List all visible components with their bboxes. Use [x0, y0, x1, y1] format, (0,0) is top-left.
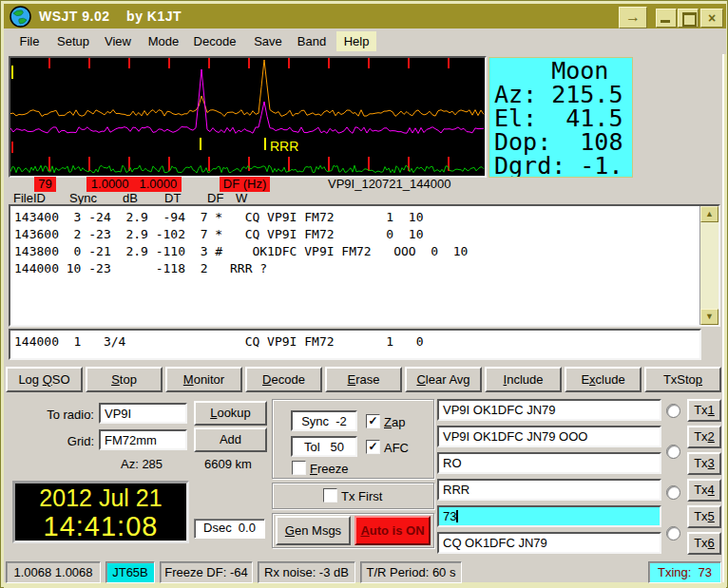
status-freqs: 1.0068 1.0068	[6, 561, 101, 583]
zap-label: Zap	[384, 415, 405, 429]
tx1-message-input[interactable]: VP9I OK1DFC JN79	[437, 399, 661, 421]
rollup-arrow-button[interactable]: →	[619, 7, 647, 28]
menu-setup[interactable]: Setup	[52, 31, 94, 51]
globe-icon	[10, 6, 31, 28]
col-dt: DT	[164, 191, 181, 205]
wsjt-window: WSJT 9.02 by K1JT → × File Setup View Mo…	[0, 0, 728, 588]
monitor-button[interactable]: Monitor	[165, 367, 242, 392]
afc-label: AFC	[384, 441, 409, 455]
menu-band[interactable]: Band	[293, 31, 331, 51]
close-button[interactable]: ×	[700, 9, 723, 28]
decode-button[interactable]: Decode	[245, 367, 322, 392]
menu-decode[interactable]: Decode	[190, 31, 239, 51]
sync-field[interactable]: Sync -2	[291, 410, 357, 431]
tx3-message-input[interactable]: RO	[437, 452, 661, 474]
stop-button[interactable]: Stop	[86, 367, 163, 392]
decode-text-area[interactable]: 143400 3 -24 2.9 -94 7 * CQ VP9I FM72 1 …	[9, 204, 720, 327]
freeze-checkbox[interactable]	[292, 461, 306, 475]
window-title: WSJT 9.02 by K1JT	[39, 9, 182, 24]
menu-help[interactable]: Help	[336, 31, 376, 51]
grid-label: Grid:	[37, 434, 94, 448]
tx2-radio[interactable]	[666, 445, 680, 459]
col-df: DF	[207, 191, 223, 205]
utc-clock: 2012 Jul 21 14:41:08	[12, 481, 189, 543]
rrr-marker-label: RRR	[270, 139, 298, 154]
dsec-field[interactable]: Dsec 0.0	[194, 519, 265, 539]
freeze-label: Freeze	[310, 462, 348, 476]
minimize-button[interactable]	[656, 9, 677, 28]
decode-line: 143800 0 -21 2.9 -110 3 # OK1DFC VP9I FM…	[10, 243, 699, 260]
decode-line: 143600 2 -23 2.9 -102 7 * CQ VP9I FM72 0…	[10, 226, 699, 243]
menu-mode[interactable]: Mode	[144, 31, 183, 51]
avg-line: 144000 1 3/4 CQ VP9I FM72 1 0	[10, 331, 699, 351]
col-w: W	[236, 191, 247, 205]
df-hz-badge: DF (Hz)	[220, 177, 270, 192]
tx5-message-input[interactable]: 73	[437, 505, 661, 527]
status-mode-badge: JT65B	[105, 561, 155, 583]
scroll-track[interactable]	[700, 222, 718, 309]
grid-input[interactable]: FM72mm	[99, 429, 187, 450]
moon-data-text: Moon Az: 215.5 El: 41.5 Dop: 108 Dgrd: -…	[489, 58, 632, 178]
to-radio-input[interactable]: VP9I	[99, 403, 187, 424]
decode-scrollbar[interactable]: ▲ ▼	[699, 206, 718, 325]
status-txing-badge: Txing: 73	[648, 561, 721, 583]
tx2-button[interactable]: Tx2	[687, 426, 721, 448]
menu-file[interactable]: File	[13, 31, 46, 51]
clear-avg-button[interactable]: Clear Avg	[405, 367, 482, 392]
tx-first-label: Tx First	[341, 489, 382, 503]
gen-msgs-button[interactable]: Gen Msgs	[276, 516, 351, 545]
moon-info-panel: Moon Az: 215.5 El: 41.5 Dop: 108 Dgrd: -…	[489, 57, 633, 178]
status-freeze-df: Freeze DF: -64	[160, 561, 253, 583]
exclude-button[interactable]: Exclude	[565, 367, 642, 392]
tx4-radio[interactable]	[666, 526, 680, 541]
maximize-icon	[682, 12, 697, 27]
azimuth-value: Az: 285	[121, 457, 163, 471]
tx4-button[interactable]: Tx4	[687, 479, 721, 502]
clock-time: 14:41:08	[15, 512, 186, 541]
rate-ratio-badge: 1.0000 1.0000	[86, 177, 182, 192]
scroll-down-icon[interactable]: ▼	[700, 309, 718, 325]
status-tr-period: T/R Period: 60 s	[360, 561, 462, 583]
tx5-button[interactable]: Tx5	[687, 505, 721, 528]
tol-field[interactable]: Tol 50	[291, 436, 357, 457]
col-db: dB	[123, 191, 138, 205]
add-button[interactable]: Add	[194, 427, 267, 452]
menu-view[interactable]: View	[99, 31, 137, 51]
include-button[interactable]: Include	[485, 367, 562, 392]
decode-line: 143400 3 -24 2.9 -94 7 * CQ VP9I FM72 1 …	[10, 206, 699, 226]
tx4-message-input[interactable]: RRR	[437, 479, 661, 501]
distance-value: 6609 km	[204, 457, 252, 471]
tx6-message-input[interactable]: CQ OK1DFC JN79	[437, 532, 661, 554]
spectrum-plot: RRR	[10, 58, 485, 176]
tx1-button[interactable]: Tx1	[687, 399, 721, 422]
maximize-button[interactable]	[678, 9, 699, 28]
average-text-area[interactable]: 144000 1 3/4 CQ VP9I FM72 1 0	[9, 329, 701, 360]
menu-save[interactable]: Save	[249, 31, 287, 51]
tx3-radio[interactable]	[666, 485, 680, 500]
erase-button[interactable]: Erase	[325, 367, 402, 392]
to-radio-label: To radio:	[37, 408, 94, 422]
auto-on-button[interactable]: Auto is ON	[354, 516, 431, 545]
tx3-button[interactable]: Tx3	[687, 452, 721, 475]
status-rx-noise: Rx noise: -3 dB	[258, 561, 355, 583]
col-sync: Sync	[69, 191, 97, 205]
wav-file-id: VP9I_120721_144000	[328, 177, 450, 191]
col-fileid: FileID	[13, 191, 46, 205]
clock-date: 2012 Jul 21	[15, 484, 186, 512]
log-qso-button[interactable]: Log QSO	[6, 367, 83, 392]
tx2-message-input[interactable]: VP9I OK1DFC JN79 OOO	[437, 426, 661, 447]
sync-quality-badge: 79	[34, 177, 56, 192]
text-caret	[456, 510, 458, 522]
titlebar[interactable]: WSJT 9.02 by K1JT → ×	[4, 4, 726, 28]
tx6-button[interactable]: Tx6	[687, 532, 721, 555]
afc-checkbox[interactable]: ✓	[366, 440, 380, 454]
txstop-button[interactable]: TxStop	[644, 367, 721, 392]
zap-checkbox[interactable]: ✓	[366, 414, 380, 428]
scroll-up-icon[interactable]: ▲	[700, 206, 718, 222]
minimize-icon	[661, 20, 670, 23]
spectrum-display: RRR	[9, 56, 487, 178]
menubar: File Setup View Mode Decode Save Band He…	[4, 28, 726, 54]
lookup-button[interactable]: Lookup	[194, 401, 267, 426]
tx-first-checkbox[interactable]	[323, 488, 337, 503]
tx1-radio[interactable]	[666, 404, 680, 418]
